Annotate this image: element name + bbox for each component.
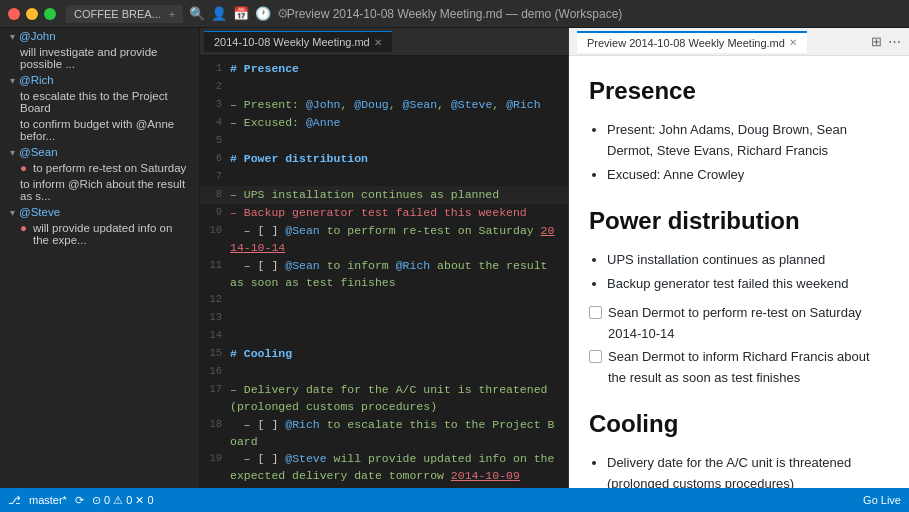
chevron-icon: ▾ — [10, 31, 15, 42]
close-icon[interactable]: ✕ — [789, 37, 797, 48]
preview-heading-presence: Presence — [589, 72, 889, 110]
cooling-list: Delivery date for the A/C unit is threat… — [589, 453, 889, 488]
chevron-icon: ▾ — [10, 75, 15, 86]
power-list: UPS installation continues as planned Ba… — [589, 250, 889, 295]
editor-line: 19 – [ ] @Steve will provide updated inf… — [200, 450, 568, 485]
editor-tab-label: 2014-10-08 Weekly Meeting.md — [214, 36, 370, 48]
editor-line: 6 # Power distribution — [200, 150, 568, 168]
red-dot-icon: ● — [20, 222, 27, 234]
editor-line: 8 – UPS installation continues as planne… — [200, 186, 568, 204]
editor-line: 10 – [ ] @Sean to perform re-test on Sat… — [200, 222, 568, 257]
sidebar-item-steve-task1[interactable]: ● will provide updated info on the expe.… — [0, 220, 199, 248]
sidebar: ▾ @John will investigate and provide pos… — [0, 28, 200, 488]
editor-line: 17 – Delivery date for the A/C unit is t… — [200, 381, 568, 416]
sidebar-item-sean-task2[interactable]: to inform @Rich about the result as s... — [0, 176, 199, 204]
calendar-icon[interactable]: 📅 — [233, 6, 249, 21]
checkbox-item: Sean Dermot to inform Richard Francis ab… — [589, 347, 889, 389]
preview-tab-active[interactable]: Preview 2014-10-08 Weekly Meeting.md ✕ — [577, 31, 807, 53]
sidebar-item-steve[interactable]: ▾ @Steve — [0, 204, 199, 220]
sidebar-text: will provide updated info on the expe... — [33, 222, 189, 246]
chevron-icon: ▾ — [10, 147, 15, 158]
search-icon[interactable]: 🔍 — [189, 6, 205, 21]
editor-line: 14 — [200, 327, 568, 345]
status-left: ⎇ master* ⟳ ⊙ 0 ⚠ 0 ✕ 0 — [8, 494, 154, 507]
editor-line: 18 – [ ] @Rich to escalate this to the P… — [200, 416, 568, 451]
maximize-button[interactable] — [44, 8, 56, 20]
go-live-button[interactable]: Go Live — [863, 494, 901, 506]
list-item: Backup generator test failed this weeken… — [607, 274, 889, 295]
checkbox-item: Sean Dermot to perform re-test on Saturd… — [589, 303, 889, 345]
branch-name[interactable]: master* — [29, 494, 67, 506]
preview-heading-cooling: Cooling — [589, 405, 889, 443]
chevron-icon: ▾ — [10, 207, 15, 218]
statusbar: ⎇ master* ⟳ ⊙ 0 ⚠ 0 ✕ 0 Go Live — [0, 488, 909, 512]
red-dot-icon: ● — [20, 162, 27, 174]
window-title: Preview 2014-10-08 Weekly Meeting.md — d… — [287, 7, 623, 21]
preview-tab-bar: Preview 2014-10-08 Weekly Meeting.md ✕ ⊞… — [569, 28, 909, 56]
minimize-button[interactable] — [26, 8, 38, 20]
checkbox-input[interactable] — [589, 350, 602, 363]
status-right: Go Live — [863, 494, 901, 506]
branch-icon: ⎇ — [8, 494, 21, 507]
presence-list: Present: John Adams, Doug Brown, Sean De… — [589, 120, 889, 185]
editor-line: 16 — [200, 363, 568, 381]
sidebar-item-rich-task2[interactable]: to confirm budget with @Anne befor... — [0, 116, 199, 144]
sidebar-label-rich: @Rich — [19, 74, 54, 86]
checkbox-label: Sean Dermot to perform re-test on Saturd… — [608, 303, 889, 345]
editor-line: 15 # Cooling — [200, 345, 568, 363]
editor-line: 3 – Present: @John, @Doug, @Sean, @Steve… — [200, 96, 568, 114]
sidebar-tab-label: COFFEE BREA... — [74, 8, 161, 20]
preview-content: Presence Present: John Adams, Doug Brown… — [569, 56, 909, 488]
list-item: Delivery date for the A/C unit is threat… — [607, 453, 889, 488]
sidebar-label-sean: @Sean — [19, 146, 58, 158]
editor-line: 13 — [200, 309, 568, 327]
close-button[interactable] — [8, 8, 20, 20]
status-icons: ⊙ 0 ⚠ 0 ✕ 0 — [92, 494, 154, 507]
list-item: UPS installation continues as planned — [607, 250, 889, 271]
split-icon[interactable]: ⊞ — [871, 34, 882, 49]
editor-line: 11 – [ ] @Sean to inform @Rich about the… — [200, 257, 568, 292]
main-area: ▾ @John will investigate and provide pos… — [0, 28, 909, 488]
preview-toolbar: ⊞ ⋯ — [871, 34, 901, 49]
sidebar-text: to escalate this to the Project Board — [20, 90, 189, 114]
traffic-lights — [8, 8, 56, 20]
sidebar-item-john[interactable]: ▾ @John — [0, 28, 199, 44]
editor-tab-bar: 2014-10-08 Weekly Meeting.md ✕ — [200, 28, 568, 56]
preview-panel: Preview 2014-10-08 Weekly Meeting.md ✕ ⊞… — [569, 28, 909, 488]
editor-content[interactable]: 1 # Presence 2 3 – Present: @John, @Doug… — [200, 56, 568, 488]
checkbox-label: Sean Dermot to inform Richard Francis ab… — [608, 347, 889, 389]
editor-panel: 2014-10-08 Weekly Meeting.md ✕ 1 # Prese… — [200, 28, 569, 488]
titlebar: COFFEE BREA... + 🔍 👤 📅 🕐 ⚙ Preview 2014-… — [0, 0, 909, 28]
person-icon[interactable]: 👤 — [211, 6, 227, 21]
editor-line: 12 — [200, 291, 568, 309]
editor-line: 7 — [200, 168, 568, 186]
clock-icon[interactable]: 🕐 — [255, 6, 271, 21]
sidebar-text-john-task1: will investigate and provide possible ..… — [20, 46, 189, 70]
editor-line: 20 — [200, 485, 568, 489]
sidebar-item-rich-task1[interactable]: to escalate this to the Project Board — [0, 88, 199, 116]
editor-line: 9 – Backup generator test failed this we… — [200, 204, 568, 222]
list-item: Excused: Anne Crowley — [607, 165, 889, 186]
sidebar-item-sean[interactable]: ▾ @Sean — [0, 144, 199, 160]
checkbox-input[interactable] — [589, 306, 602, 319]
sidebar-label-john: @John — [19, 30, 56, 42]
sidebar-item-john-task1[interactable]: will investigate and provide possible ..… — [0, 44, 199, 72]
editor-tab-active[interactable]: 2014-10-08 Weekly Meeting.md ✕ — [204, 31, 392, 52]
sync-icon[interactable]: ⟳ — [75, 494, 84, 507]
settings-icon[interactable]: ⋯ — [888, 34, 901, 49]
sidebar-text: to perform re-test on Saturday — [33, 162, 186, 174]
close-icon[interactable]: ✕ — [374, 37, 382, 48]
editor-line: 4 – Excused: @Anne — [200, 114, 568, 132]
sidebar-label-steve: @Steve — [19, 206, 60, 218]
editor-line: 5 — [200, 132, 568, 150]
sidebar-item-rich[interactable]: ▾ @Rich — [0, 72, 199, 88]
preview-tab-label: Preview 2014-10-08 Weekly Meeting.md — [587, 37, 785, 49]
power-checkboxes: Sean Dermot to perform re-test on Saturd… — [589, 303, 889, 389]
plus-icon[interactable]: + — [169, 8, 175, 20]
sidebar-text: to confirm budget with @Anne befor... — [20, 118, 189, 142]
editor-line: 1 # Presence — [200, 60, 568, 78]
sidebar-text: to inform @Rich about the result as s... — [20, 178, 189, 202]
list-item: Present: John Adams, Doug Brown, Sean De… — [607, 120, 889, 162]
sidebar-tab[interactable]: COFFEE BREA... + — [66, 5, 183, 23]
sidebar-item-sean-task1[interactable]: ● to perform re-test on Saturday — [0, 160, 199, 176]
